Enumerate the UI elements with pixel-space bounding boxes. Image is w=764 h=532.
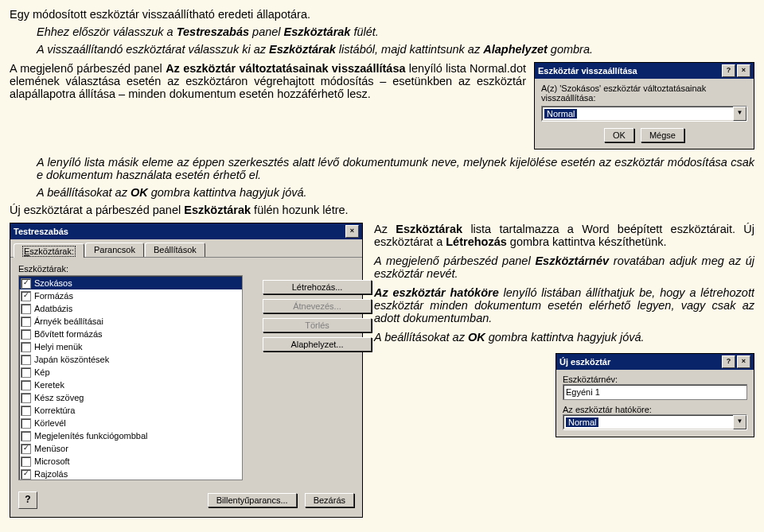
tab-toolbars[interactable]: Eszköztárak: — [14, 243, 84, 258]
dropdown-value: Normal — [544, 109, 577, 118]
cancel-button[interactable]: Mégse — [641, 128, 684, 142]
list-item[interactable]: Microsoft — [19, 455, 242, 468]
list-item[interactable]: Kép — [19, 366, 242, 379]
scope-dropdown[interactable]: Normal ▼ — [563, 414, 747, 430]
list-item[interactable]: Helyi menük — [19, 340, 242, 353]
list-item-label: Bővített formázás — [34, 329, 103, 339]
reset-scope-dropdown[interactable]: Normal ▼ — [541, 106, 747, 122]
checkbox[interactable] — [21, 316, 31, 327]
list-item[interactable]: Japán köszöntések — [19, 353, 242, 366]
close-icon[interactable]: × — [737, 64, 750, 77]
checkbox[interactable] — [21, 393, 31, 403]
paragraph: A visszaállítandó eszköztárat válasszuk … — [10, 43, 754, 56]
checkbox[interactable] — [21, 418, 31, 429]
paragraph: A beállításokat az OK gombra kattintva h… — [10, 186, 754, 199]
checkbox[interactable] — [21, 367, 31, 378]
close-button[interactable]: Bezárás — [305, 493, 354, 507]
checkbox[interactable]: ✓ — [21, 291, 31, 301]
list-item-label: Szokásos — [34, 278, 72, 288]
help-icon[interactable]: ? — [18, 491, 37, 509]
dialog-text: A(z) 'Szokásos' eszköztár változtatásain… — [541, 83, 747, 103]
checkbox[interactable] — [21, 329, 31, 340]
chevron-down-icon[interactable]: ▼ — [733, 415, 746, 429]
ok-button[interactable]: OK — [604, 128, 634, 142]
dialog-title: Új eszköztár — [559, 357, 610, 367]
reset-dialog: Eszköztár visszaállítása ? × A(z) 'Szoká… — [534, 62, 754, 150]
dialog-title: Testreszabás — [14, 227, 68, 236]
text: Egy módosított eszköztár visszaállítható… — [10, 8, 310, 21]
paragraph: A lenyíló lista másik eleme az éppen sze… — [10, 156, 754, 181]
checkbox[interactable]: ✓ — [21, 444, 31, 454]
dialog-title: Eszköztár visszaállítása — [538, 66, 637, 76]
checkbox[interactable] — [21, 456, 31, 467]
keyboard-button[interactable]: Billentyűparancs... — [208, 493, 297, 507]
list-item[interactable]: ✓Menüsor — [19, 442, 242, 455]
list-item[interactable]: Kész szöveg — [19, 391, 242, 404]
new-toolbar-dialog: Új eszköztár ? × Eszköztárnév: Egyéni 1 … — [555, 353, 754, 437]
chevron-down-icon[interactable]: ▼ — [733, 107, 746, 121]
list-item[interactable]: Bővített formázás — [19, 328, 242, 340]
checkbox[interactable] — [21, 406, 31, 416]
checkbox[interactable] — [21, 304, 31, 314]
list-item-label: Helyi menük — [34, 342, 83, 351]
list-item-label: Körlevél — [34, 418, 66, 428]
field-label: Az eszköztár hatóköre: — [563, 405, 747, 414]
list-item-label: Kész szöveg — [34, 393, 84, 402]
list-item-label: Árnyék beállításai — [34, 316, 103, 326]
tab-options[interactable]: Beállítások — [145, 243, 205, 257]
list-item-label: Korrektúra — [34, 406, 75, 415]
list-item[interactable]: ✓Rajzolás — [19, 468, 242, 480]
list-item-label: Megjelenítés funkciógombbal — [34, 431, 147, 441]
list-label: Eszköztárak: — [18, 264, 255, 274]
help-icon[interactable]: ? — [722, 355, 735, 368]
list-item-label: Kép — [34, 367, 50, 377]
list-item-label: Keretek — [34, 380, 64, 390]
dialog-titlebar: Eszköztár visszaállítása ? × — [535, 63, 754, 79]
list-item-label: Menüsor — [34, 444, 68, 453]
close-icon[interactable]: × — [737, 355, 750, 368]
checkbox[interactable]: ✓ — [21, 278, 31, 289]
checkbox[interactable] — [21, 355, 31, 365]
list-item[interactable]: Keretek — [19, 379, 242, 391]
help-icon[interactable]: ? — [722, 64, 735, 77]
paragraph: Új eszköztárat a párbeszéd panel Eszközt… — [10, 204, 754, 216]
customize-dialog: Testreszabás × Eszköztárak: Parancsok Be… — [10, 223, 363, 518]
list-item-label: Formázás — [34, 291, 73, 301]
toolbars-listbox[interactable]: ✓Szokásos✓FormázásAdatbázisÁrnyék beállí… — [18, 275, 243, 480]
list-item-label: Adatbázis — [34, 304, 72, 313]
paragraph: Egy módosított eszköztár visszaállítható… — [10, 8, 754, 21]
checkbox[interactable] — [21, 380, 31, 390]
dialog-titlebar: Testreszabás × — [10, 223, 362, 239]
paragraph: Ehhez először válasszuk a Testreszabás p… — [10, 25, 754, 38]
list-item[interactable]: ✓Formázás — [19, 289, 242, 302]
list-item[interactable]: Körlevél — [19, 417, 242, 429]
tabstrip: Eszköztárak: Parancsok Beállítások — [10, 239, 362, 258]
toolbar-name-input[interactable]: Egyéni 1 — [563, 384, 747, 400]
list-item[interactable]: Megjelenítés funkciógombbal — [19, 429, 242, 442]
list-item-label: Rajzolás — [34, 469, 68, 479]
close-icon[interactable]: × — [345, 225, 359, 238]
rename-button: Átnevezés... — [263, 299, 372, 313]
dropdown-value: Normal — [566, 417, 598, 427]
delete-button: Törlés — [263, 318, 372, 332]
list-item[interactable]: Adatbázis — [19, 302, 242, 315]
checkbox[interactable] — [21, 342, 31, 352]
list-item-label: Japán köszöntések — [34, 355, 109, 364]
checkbox[interactable] — [21, 431, 31, 441]
checkbox[interactable]: ✓ — [21, 469, 31, 480]
list-item[interactable]: Árnyék beállításai — [19, 315, 242, 328]
dialog-titlebar: Új eszköztár ? × — [556, 354, 754, 370]
list-item-label: Microsoft — [34, 456, 70, 466]
reset-button[interactable]: Alaphelyzet... — [263, 337, 372, 351]
list-item[interactable]: ✓Szokásos — [19, 277, 242, 289]
field-label: Eszköztárnév: — [563, 375, 747, 384]
create-button[interactable]: Létrehozás... — [263, 280, 372, 294]
list-item[interactable]: Korrektúra — [19, 404, 242, 417]
tab-commands[interactable]: Parancsok — [85, 243, 144, 257]
